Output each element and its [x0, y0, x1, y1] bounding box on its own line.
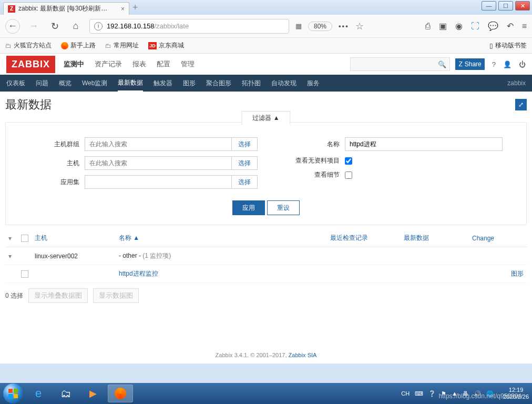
site-info-icon[interactable]: i — [94, 22, 103, 31]
submenu-triggers[interactable]: 触发器 — [154, 79, 172, 88]
zabbix-logo[interactable]: ZABBIX — [6, 56, 55, 73]
item-link[interactable]: httpd进程监控 — [119, 270, 158, 277]
footer-actions: 0 选择 显示堆叠数据图 显示数据图 — [5, 283, 527, 308]
logout-icon[interactable]: ⏻ — [519, 60, 526, 68]
home-button[interactable]: ⌂ — [68, 19, 83, 34]
name-input[interactable] — [345, 137, 503, 151]
undo-icon[interactable]: ↶ — [507, 21, 514, 31]
filter-toggle[interactable]: 过滤器 ▲ — [241, 111, 290, 125]
close-tab-icon[interactable]: × — [121, 5, 125, 13]
chat-icon[interactable]: 💬 — [488, 21, 498, 31]
host-group-input[interactable] — [85, 137, 232, 151]
select-all-checkbox[interactable] — [21, 235, 28, 242]
url-host: 192.168.10.158 — [107, 22, 154, 30]
taskbar-explorer-icon[interactable]: 🗂 — [54, 385, 78, 402]
qr-icon[interactable]: ▦ — [295, 22, 302, 30]
submenu-web[interactable]: Web监测 — [82, 79, 107, 88]
host-group-select-button[interactable]: 选择 — [231, 137, 258, 151]
zabbix-sia-link[interactable]: Zabbix SIA — [289, 352, 317, 358]
url-bar[interactable]: i 192.168.10.158 /zabbix/late — [89, 19, 289, 34]
col-name[interactable]: 名称 ▲ — [116, 229, 327, 247]
menu-admin[interactable]: 管理 — [181, 59, 195, 69]
empty-checkbox[interactable] — [345, 157, 352, 165]
bookmark-item[interactable]: 🗀常用网址 — [105, 41, 139, 50]
toolbar-right: ⎙ ▣ ◉ ⛶ 💬 ↶ ≡ — [425, 21, 527, 31]
svg-rect-1 — [14, 389, 18, 393]
zabbix-header: ZABBIX 监测中 资产记录 报表 配置 管理 🔍 ZShare ? 👤 ⏻ — [0, 54, 532, 75]
zabbix-footer: Zabbix 3.4.1. © 2001–2017, Zabbix SIA — [0, 352, 532, 358]
menu-monitoring[interactable]: 监测中 — [64, 59, 84, 69]
host-select-button[interactable]: 选择 — [231, 156, 258, 170]
forward-button[interactable]: → — [26, 19, 41, 34]
apply-button[interactable]: 应用 — [232, 200, 265, 215]
empty-label: 查看无资料项目 — [266, 156, 340, 165]
library-icon[interactable]: ⎙ — [425, 22, 431, 31]
submenu-problems[interactable]: 问题 — [36, 79, 48, 88]
new-tab-button[interactable]: + — [132, 2, 138, 13]
fullscreen-icon[interactable]: ⤢ — [515, 99, 527, 110]
zoom-indicator[interactable]: 80% — [308, 22, 332, 31]
app-select-button[interactable]: 选择 — [231, 175, 258, 189]
global-search[interactable]: 🔍 — [350, 57, 450, 71]
tray-keyboard-icon[interactable]: ⌨ — [415, 390, 423, 397]
minimize-button[interactable]: — — [482, 1, 496, 11]
bookmark-item[interactable]: 新手上路 — [61, 41, 96, 50]
submenu-latest-data[interactable]: 最新数据 — [118, 74, 143, 92]
ime-indicator[interactable]: CH — [401, 390, 410, 397]
taskbar-firefox-icon[interactable] — [108, 385, 132, 402]
share-button[interactable]: ZShare — [455, 58, 484, 70]
mobile-icon: ▯ — [489, 42, 493, 49]
collapse-row-icon[interactable]: ▾ — [8, 252, 12, 260]
help-icon[interactable]: ? — [492, 60, 496, 68]
start-button[interactable] — [3, 383, 23, 403]
menu-reports[interactable]: 报表 — [132, 59, 146, 69]
submenu-graphs[interactable]: 图形 — [183, 79, 196, 88]
submenu-maps[interactable]: 拓扑图 — [242, 79, 261, 88]
submenu-discovery[interactable]: 自动发现 — [271, 79, 296, 88]
back-button[interactable]: ← — [5, 19, 20, 34]
col-lastcheck[interactable]: 最近检查记录 — [327, 229, 401, 247]
app-input[interactable] — [85, 175, 232, 189]
detail-label: 查看细节 — [266, 170, 340, 179]
menu-inventory[interactable]: 资产记录 — [95, 59, 122, 69]
sidebar-icon[interactable]: ▣ — [439, 21, 447, 31]
reload-button[interactable]: ↻ — [47, 19, 62, 34]
app-label: 应用集 — [27, 178, 79, 187]
close-window-button[interactable]: ✕ — [515, 1, 530, 11]
submenu-services[interactable]: 服务 — [307, 79, 320, 88]
firefox-icon — [61, 42, 68, 49]
bookmark-star-icon[interactable]: ☆ — [355, 21, 364, 32]
col-latest[interactable]: 最新数据 — [401, 229, 469, 247]
user-icon[interactable]: 👤 — [503, 60, 511, 68]
tray-help-icon[interactable]: ❔ — [428, 390, 436, 397]
bookmark-item[interactable]: 🗀火狐官方站点 — [5, 41, 52, 50]
submenu-host-link[interactable]: zabbix — [507, 79, 526, 87]
col-host[interactable]: 主机 — [32, 229, 116, 247]
submenu-screens[interactable]: 聚合图形 — [206, 79, 231, 88]
collapse-all-icon[interactable]: ▾ — [8, 235, 12, 242]
graph-link[interactable]: 图形 — [511, 270, 524, 277]
account-icon[interactable]: ◉ — [455, 21, 463, 31]
menu-config[interactable]: 配置 — [157, 59, 170, 69]
stacked-graph-button: 显示堆叠数据图 — [28, 288, 88, 303]
host-input[interactable] — [85, 156, 232, 170]
menu-icon[interactable]: ≡ — [522, 22, 527, 31]
table-row: httpd进程监控 图形 — [5, 265, 527, 283]
reset-button[interactable]: 重设 — [267, 200, 300, 215]
taskbar-ie-icon[interactable]: e — [26, 385, 50, 402]
col-change[interactable]: Change — [469, 229, 527, 247]
taskbar-media-icon[interactable]: ▶ — [81, 385, 105, 402]
row-checkbox[interactable] — [21, 270, 28, 278]
page-actions-icon[interactable]: ••• — [339, 22, 349, 30]
browser-tab[interactable]: Z zabbix: 最新数据 [每30秒刷新… × — [3, 2, 129, 15]
cell-host: linux-server002 — [32, 247, 116, 265]
screenshot-icon[interactable]: ⛶ — [471, 22, 479, 31]
mobile-bookmarks[interactable]: ▯移动版书签 — [489, 41, 527, 50]
submenu-dashboard[interactable]: 仪表板 — [6, 79, 25, 88]
bookmark-item[interactable]: JD京东商城 — [148, 41, 184, 50]
maximize-button[interactable]: ☐ — [498, 1, 513, 11]
svg-rect-3 — [14, 394, 18, 398]
detail-checkbox[interactable] — [345, 171, 352, 179]
submenu-overview[interactable]: 概览 — [59, 79, 71, 88]
folder-icon: 🗀 — [5, 42, 12, 49]
